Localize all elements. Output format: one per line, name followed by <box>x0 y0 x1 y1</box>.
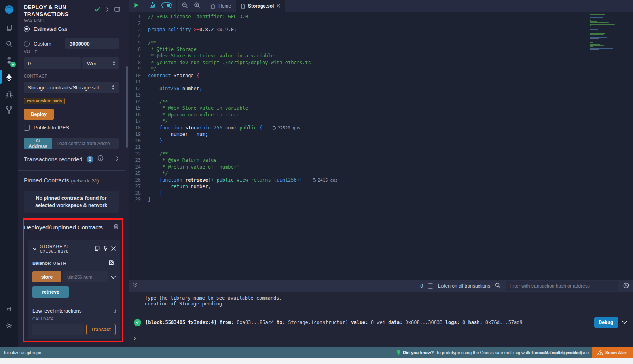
run-script-play-icon[interactable] <box>134 2 139 9</box>
tab-close-icon[interactable] <box>277 3 280 9</box>
minimap-line <box>590 14 605 15</box>
remove-contract-icon[interactable] <box>111 246 116 252</box>
code-text: * @return value of 'number' <box>148 164 239 171</box>
copy-address-icon[interactable] <box>94 246 100 252</box>
tab-storage-sol[interactable]: Storage.sol <box>236 0 285 12</box>
terminal-prompt: > <box>134 336 136 341</box>
code-text: } <box>148 190 162 197</box>
at-address-input[interactable] <box>52 138 119 149</box>
line-number: 18 <box>129 125 148 131</box>
tab-home[interactable]: Home <box>205 0 236 12</box>
tx-expand-chevron-icon[interactable] <box>622 320 627 325</box>
contract-select[interactable]: Storage - contracts/Storage.sol <box>24 82 119 93</box>
low-level-info-icon[interactable]: i <box>114 308 116 314</box>
terminal-body[interactable]: Type the library name to see available c… <box>129 292 633 347</box>
panel-title: DEPLOY & RUN TRANSACTIONS <box>24 4 87 18</box>
line-number: 29 <box>129 196 148 203</box>
sidebar-item-settings[interactable] <box>0 318 18 334</box>
zoom-out-icon[interactable] <box>182 2 188 10</box>
code-line: 27 return number; <box>129 183 633 190</box>
panel-pin-view-icon[interactable] <box>114 6 120 13</box>
store-expand-chevron-icon[interactable] <box>111 273 116 281</box>
terminal-collapse-icon[interactable] <box>133 282 138 290</box>
terminal-line: Type the library name to see available c… <box>134 295 633 301</box>
sidebar-item-compiler[interactable] <box>0 51 18 69</box>
transactions-recorded-row[interactable]: Transactions recorded 1 <box>24 155 119 163</box>
transact-button[interactable]: Transact <box>86 324 116 335</box>
sidebar-item-workspaces[interactable] <box>0 20 18 36</box>
listen-all-checkbox[interactable] <box>428 283 433 289</box>
at-address-button[interactable]: At Address <box>24 138 52 149</box>
code-line: 24 * @return value of 'number' <box>129 164 633 171</box>
copilot-status[interactable]: RemixAI Copilot (enabled) <box>532 347 582 358</box>
divider <box>18 170 125 171</box>
minimap-line <box>590 29 598 30</box>
terminal-header: 0 Listen on all transactions <box>129 280 633 292</box>
deploy-button[interactable]: Deploy <box>24 109 54 120</box>
value-unit-select[interactable]: Wei <box>82 57 119 69</box>
estimated-gas-radio[interactable] <box>24 26 30 32</box>
store-function-button[interactable]: store <box>32 271 61 282</box>
clear-deployed-trash-icon[interactable] <box>114 224 119 231</box>
sidebar-item-git[interactable] <box>0 102 18 118</box>
minimap-line <box>590 44 600 45</box>
code-text: /** <box>148 151 168 157</box>
minimap-line <box>590 33 605 34</box>
minimap-line <box>590 38 599 39</box>
clear-console-icon[interactable] <box>623 282 629 290</box>
sidebar-item-search[interactable] <box>0 36 18 51</box>
retrieve-function-button[interactable]: retrieve <box>32 286 69 298</box>
line-number: 8 <box>129 59 148 66</box>
panel-scrollbar-thumb[interactable] <box>126 66 128 148</box>
line-number: 2 <box>129 20 148 27</box>
value-unit-label: Wei <box>87 61 96 66</box>
sidebar-item-plugin-manager[interactable] <box>0 302 18 318</box>
scam-alert-badge[interactable]: Scam Alert <box>592 347 633 358</box>
pinned-network-label: (network: 31) <box>71 178 99 184</box>
remix-logo-icon[interactable] <box>0 0 18 20</box>
code-line: 13 <box>129 92 633 99</box>
code-editor[interactable]: 1// SPDX-License-Identifier: GPL-3.023pr… <box>129 12 633 280</box>
code-text: number = num; <box>148 131 208 138</box>
code-text: // SPDX-License-Identifier: GPL-3.0 <box>148 13 248 20</box>
transactions-info-icon[interactable] <box>97 155 104 163</box>
terminal-line: creation of Storage pending... <box>134 301 633 307</box>
calldata-input[interactable] <box>32 324 84 335</box>
transactions-expand-icon[interactable] <box>116 155 119 163</box>
pin-contract-icon[interactable] <box>103 246 108 252</box>
minimap-line <box>590 24 615 25</box>
code-line: 18 function store(uint256 num) public {2… <box>129 125 633 131</box>
edit-balance-icon[interactable] <box>109 260 114 266</box>
editor-minimap[interactable] <box>590 14 627 53</box>
minimap-line <box>590 22 609 23</box>
sidebar-item-deploy-run[interactable] <box>0 69 18 86</box>
code-line: 22 /** <box>129 151 633 157</box>
git-init-status[interactable]: Initialize as git repo <box>4 347 41 358</box>
custom-gas-radio[interactable] <box>24 41 30 47</box>
panel-expand-icon[interactable] <box>106 6 109 13</box>
line-number: 6 <box>129 46 148 53</box>
sidebar-item-debugger[interactable] <box>0 86 18 102</box>
contract-collapse-chevron-icon[interactable] <box>32 246 37 251</box>
code-text: } <box>148 138 162 144</box>
terminal-filter-input[interactable] <box>506 281 618 291</box>
minimap-line <box>590 42 593 43</box>
transaction-log-row[interactable]: [block:5583405 txIndex:4] from: 0xa03...… <box>134 317 633 328</box>
remix-ai-robot-icon[interactable] <box>149 2 156 10</box>
code-text: return number; <box>148 183 211 190</box>
line-number: 3 <box>129 27 148 33</box>
code-line: 10contract Storage { <box>129 72 633 79</box>
deployed-contracts-title: Deployed/Unpinned Contracts <box>24 224 103 231</box>
copilot-toggle-icon[interactable] <box>161 2 172 10</box>
value-input[interactable] <box>24 57 81 69</box>
publish-ipfs-checkbox[interactable] <box>24 125 30 131</box>
contract-section: CONTRACT Storage - contracts/Storage.sol… <box>24 74 119 149</box>
debug-button[interactable]: Debug <box>594 317 618 328</box>
pinned-contracts-title: Pinned Contracts <box>24 177 69 184</box>
window-bottom-edge <box>0 358 633 364</box>
custom-gas-input[interactable] <box>65 38 119 49</box>
panel-scrollbar-track[interactable] <box>125 0 129 347</box>
zoom-in-icon[interactable] <box>194 2 201 10</box>
code-text: uint256 number; <box>148 85 202 92</box>
store-arg-input[interactable] <box>63 271 108 282</box>
